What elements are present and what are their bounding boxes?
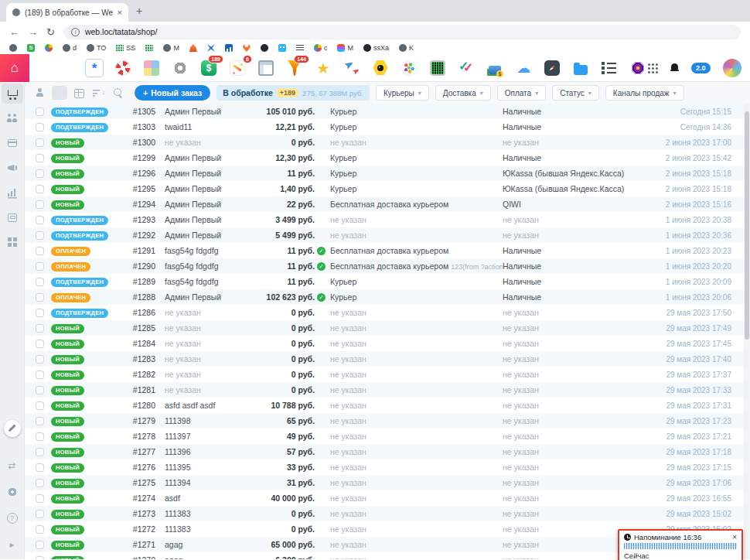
order-row[interactable]: НОВЫЙ#127711139657 руб.не указанне указа… [25,444,750,459]
row-checkbox[interactable] [36,494,44,503]
notes-app-icon[interactable] [142,59,161,77]
row-checkbox[interactable] [36,200,44,209]
processing-filter-pill[interactable]: В обработке +189 275, 67 388М руб. [216,85,370,101]
sidebar-item-help[interactable]: ? [2,508,23,528]
order-row[interactable]: ПОДТВЕРЖДЕН#1305Админ Первый105 010 руб.… [25,104,750,119]
person-view-icon[interactable] [32,86,48,100]
compass-app-icon[interactable] [543,59,561,77]
tornado-app-icon[interactable]: 144 [285,59,304,77]
order-row[interactable]: ОПЛАЧЕН#1288Админ Первый102 623 руб.✓Кур… [25,289,750,305]
sphere-app-icon[interactable] [400,59,418,77]
sidebar-item-chart[interactable] [2,183,23,203]
row-checkbox[interactable] [36,185,44,193]
row-checkbox[interactable] [36,463,44,472]
new-tab-button[interactable]: + [136,5,142,17]
order-row[interactable]: НОВЫЙ#1296Админ Первый11 руб.КурьерЮКass… [25,166,750,181]
row-checkbox[interactable] [36,386,44,394]
ribbons-app-icon[interactable] [457,59,476,77]
row-checkbox[interactable] [36,525,44,534]
Статус-dropdown[interactable]: Статус▾ [552,85,599,101]
row-checkbox[interactable] [36,510,44,518]
row-checkbox[interactable] [36,216,44,224]
row-checkbox[interactable] [36,247,44,255]
order-row[interactable]: НОВЫЙ#1283не указан0 руб.не указанне ука… [25,351,750,367]
row-checkbox[interactable] [36,138,44,147]
order-row[interactable]: НОВЫЙ#1280asfd asdf asdf10 788 руб.не ук… [25,398,750,413]
bookmark-item[interactable]: M [337,44,353,52]
grid-view-icon[interactable] [71,86,87,100]
row-checkbox[interactable] [36,309,44,317]
row-checkbox[interactable] [36,231,44,240]
sort-view-icon[interactable] [90,86,106,100]
Доставка-dropdown[interactable]: Доставка▾ [435,85,491,101]
order-row[interactable]: ОПЛАЧЕН#1291fasg54g fdgdfg11 руб.✓Беспла… [25,243,750,258]
order-row[interactable]: НОВЫЙ#127811139749 руб.не указанне указа… [25,429,750,444]
row-checkbox[interactable] [36,556,44,560]
reload-icon[interactable]: ↻ [46,27,55,37]
bookmark-item[interactable]: K [399,44,414,52]
sidebar-item-users[interactable] [2,108,23,128]
checklist-app-icon[interactable] [600,59,619,77]
planes-app-icon[interactable] [343,59,361,77]
row-checkbox[interactable] [36,108,44,116]
new-order-button[interactable]: + Новый заказ [135,85,210,101]
row-checkbox[interactable] [36,169,44,178]
list-view-icon[interactable] [52,86,67,100]
bookmark-item[interactable]: M [163,44,179,52]
bell-icon[interactable] [670,63,679,73]
order-row[interactable]: НОВЫЙ#1295Админ Первый1,40 руб.КурьерЮКa… [25,181,750,196]
order-row[interactable]: НОВЫЙ#127611139533 руб.не указанне указа… [25,459,750,475]
cards-app-icon[interactable] [486,59,504,77]
bookmark-item[interactable]: d [63,44,77,52]
wand-app-icon[interactable]: 6 [228,59,247,77]
order-row[interactable]: НОВЫЙ#1285не указан0 руб.не указанне ука… [25,320,750,336]
scrollbar[interactable] [744,104,750,559]
row-checkbox[interactable] [36,340,44,348]
order-row[interactable]: НОВЫЙ#127911139865 руб.не указанне указа… [25,413,750,429]
asterisk-app-icon[interactable]: * [85,59,104,77]
tab-close-icon[interactable]: × [118,8,122,17]
Оплата-dropdown[interactable]: Оплата▾ [497,85,546,101]
row-checkbox[interactable] [36,355,44,364]
sidebar-item-collapse[interactable]: ▸ [2,534,23,555]
apps-grid-icon[interactable] [647,63,658,73]
bookmark-item[interactable] [189,44,197,52]
sidebar-item-gear2[interactable] [2,482,23,502]
order-row[interactable]: ПОДТВЕРЖДЕН#1286не указан0 руб.не указан… [25,305,750,320]
order-row[interactable]: НОВЫЙ#1294Админ Первый22 руб.Бесплатная … [25,196,750,212]
bookmark-item[interactable] [45,44,53,52]
order-row[interactable]: НОВЫЙ#1284не указан0 руб.не указанне ука… [25,336,750,351]
sidebar-item-modules[interactable] [2,232,23,252]
order-row[interactable]: ПОДТВЕРЖДЕН#1289fasg54g fdgdfg11 руб.Кур… [25,274,750,289]
bookmark-item[interactable] [145,44,153,52]
row-checkbox[interactable] [36,479,44,487]
bookmark-item[interactable]: c [314,44,328,52]
row-checkbox[interactable] [36,324,44,333]
dollar-app-icon[interactable]: $189 [199,59,218,77]
bookmark-item[interactable] [278,44,286,52]
folder-app-icon[interactable] [571,59,590,77]
bookmark-item[interactable]: ssXa [363,44,389,52]
bookmark-item[interactable]: S [27,44,35,52]
order-row[interactable]: НОВЫЙ#1282не указан0 руб.не указанне ука… [25,367,750,382]
edit-fab-button[interactable] [4,420,21,437]
bookmark-item[interactable] [207,44,215,52]
reminder-close-icon[interactable]: × [732,533,737,541]
Курьеры-dropdown[interactable]: Курьеры▾ [376,85,429,101]
scrollbar-thumb[interactable] [745,111,749,340]
search-view-icon[interactable] [110,86,125,100]
order-row[interactable]: ПОДТВЕРЖДЕН#1303twaid1112,21 руб.КурьерН… [25,119,750,135]
row-checkbox[interactable] [36,432,44,441]
row-checkbox[interactable] [36,123,44,131]
site-info-icon[interactable]: i [71,28,80,36]
cloud-app-icon[interactable]: ☁ [514,59,533,77]
forward-icon[interactable]: → [28,27,38,37]
version-badge[interactable]: 2.0 [691,63,711,73]
sidebar-item-archive[interactable] [2,207,23,227]
order-row[interactable]: ПОДТВЕРЖДЕН#1293Админ Первый3 499 руб.не… [25,212,750,227]
order-row[interactable]: НОВЫЙ#12731113830 руб.не указанне указан… [25,506,750,521]
order-row[interactable]: НОВЫЙ#1274asdf40 000 руб.не указанне ука… [25,490,750,506]
bookmark-item[interactable]: SS [116,44,135,52]
row-checkbox[interactable] [36,370,44,379]
order-row[interactable]: НОВЫЙ#1300не указан0 руб.не указанне ука… [25,135,750,150]
